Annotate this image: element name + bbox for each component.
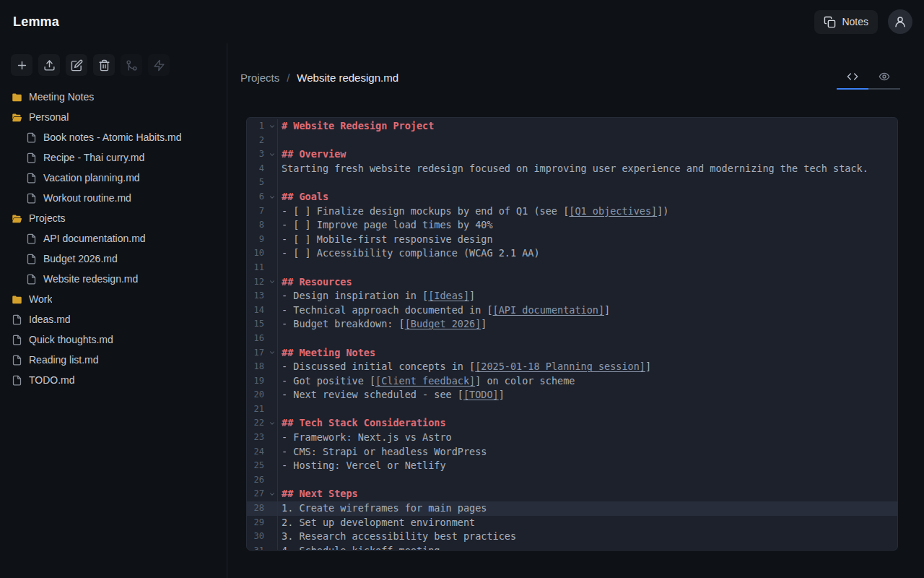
avatar-button[interactable] [888,9,912,34]
editor-line-9[interactable]: 9- [ ] Mobile-first responsive design [247,233,897,247]
editor-line-6[interactable]: 6## Goals [247,190,897,204]
fold-chevron-icon[interactable] [267,487,277,501]
line-number: 5 [247,176,267,190]
upload-button[interactable] [38,54,60,76]
line-number: 4 [247,162,267,176]
tree-item-label: Meeting Notes [29,91,94,103]
wiki-link[interactable]: [2025-01-18 Planning session] [475,361,645,372]
tree-file-reading-list-md[interactable]: Reading list.md [6,350,221,370]
git-merge-icon [126,59,138,72]
code-text: 3. Research accessibility best practices [282,530,516,542]
file-icon [26,152,37,163]
fold-gutter-spacer [267,544,277,551]
editor-line-3[interactable]: 3## Overview [247,147,897,162]
wiki-link[interactable]: [Q1 objectives] [569,205,657,217]
fold-chevron-icon[interactable] [267,416,277,431]
new-note-button[interactable] [11,54,32,76]
editor-line-25[interactable]: 25- Hosting: Vercel or Netlify [247,459,897,473]
notes-button-label: Notes [842,16,868,27]
editor-line-17[interactable]: 17## Meeting Notes [247,346,897,361]
heading-text: ## Tech Stack Considerations [282,417,446,428]
edit-button[interactable] [66,54,87,76]
tree-file-book-notes-atomic-habits-md[interactable]: Book notes - Atomic Habits.md [6,127,221,147]
editor-line-26[interactable]: 26 [247,473,897,488]
line-number: 19 [247,374,267,389]
tree-item-label: Quick thoughts.md [29,334,113,345]
editor-line-23[interactable]: 23- Framework: Next.js vs Astro [247,431,897,445]
delete-button[interactable] [93,54,115,76]
fold-chevron-icon[interactable] [267,190,277,204]
wiki-link[interactable]: [API documentation] [493,304,604,316]
editor-line-15[interactable]: 15- Budget breakdown: [[Budget 2026]] [247,317,897,332]
editor-line-5[interactable]: 5 [247,176,897,190]
breadcrumb-parent[interactable]: Projects [240,72,279,84]
tree-item-label: Vacation planning.md [43,172,140,184]
folder-icon [12,92,22,103]
line-number: 3 [247,147,267,162]
editor-line-20[interactable]: 20- Next review scheduled - see [[TODO]] [247,388,897,402]
tree-file-recipe-thai-curry-md[interactable]: Recipe - Thai curry.md [6,147,221,168]
editor-line-16[interactable]: 16 [247,332,897,346]
file-icon [26,233,37,244]
tree-file-vacation-planning-md[interactable]: Vacation planning.md [6,168,221,188]
tree-folder-meeting-notes[interactable]: Meeting Notes [6,87,221,107]
editor-line-21[interactable]: 21 [247,402,897,417]
editor-line-22[interactable]: 22## Tech Stack Considerations [247,416,897,431]
editor-line-18[interactable]: 18- Discussed initial concepts in [[2025… [247,360,897,374]
editor-line-30[interactable]: 303. Research accessibility best practic… [247,530,897,544]
view-tab-preview[interactable] [868,65,900,90]
editor-line-13[interactable]: 13- Design inspiration in [[Ideas]] [247,289,897,303]
tree-file-quick-thoughts-md[interactable]: Quick thoughts.md [6,329,221,350]
wiki-link[interactable]: [TODO] [463,389,499,400]
zap-icon [153,59,165,72]
tree-file-ideas-md[interactable]: Ideas.md [6,309,221,329]
editor-line-1[interactable]: 1# Website Redesign Project [247,119,897,134]
tree-item-label: Personal [29,111,69,123]
editor-line-14[interactable]: 14- Technical approach documented in [[A… [247,303,897,318]
tree-file-budget-2026-md[interactable]: Budget 2026.md [6,249,221,269]
line-number: 16 [247,332,267,346]
fold-chevron-icon[interactable] [267,119,277,134]
fold-chevron-icon[interactable] [267,275,277,290]
wiki-link[interactable]: [Client feedback] [375,375,475,387]
code-text: - Technical approach documented in [ [282,304,493,316]
markdown-editor[interactable]: 1# Website Redesign Project23## Overview… [246,117,898,551]
fold-gutter-spacer [267,332,277,346]
fold-chevron-icon[interactable] [267,147,277,162]
tree-file-api-documentation-md[interactable]: API documentation.md [6,228,221,249]
tree-folder-personal[interactable]: Personal [6,107,221,127]
editor-line-2[interactable]: 2 [247,134,897,148]
editor-line-29[interactable]: 292. Set up development environment [247,516,897,530]
tree-file-todo-md[interactable]: TODO.md [6,370,221,390]
line-number: 28 [247,501,267,516]
editor-line-7[interactable]: 7- [ ] Finalize design mockups by end of… [247,204,897,219]
wiki-link[interactable]: [Ideas] [428,290,469,301]
line-number: 12 [247,275,267,290]
editor-line-24[interactable]: 24- CMS: Strapi or headless WordPress [247,445,897,460]
fold-gutter-spacer [267,162,277,176]
code-content [277,134,897,148]
notes-button[interactable]: Notes [814,10,878,34]
merge-button[interactable] [121,54,142,76]
actions-button[interactable] [148,54,170,76]
editor-line-19[interactable]: 19- Got positive [[Client feedback]] on … [247,374,897,389]
editor-line-27[interactable]: 27## Next Steps [247,487,897,501]
editor-line-12[interactable]: 12## Resources [247,275,897,290]
editor-line-28[interactable]: 281. Create wireframes for main pages [247,501,897,516]
editor-line-10[interactable]: 10- [ ] Accessibility compliance (WCAG 2… [247,246,897,261]
code-content: - [ ] Accessibility compliance (WCAG 2.1… [277,246,897,261]
tree-folder-work[interactable]: Work [6,289,221,309]
editor-line-11[interactable]: 11 [247,261,897,275]
tree-folder-projects[interactable]: Projects [6,208,221,228]
wiki-link[interactable]: [Budget 2026] [405,318,481,329]
editor-line-8[interactable]: 8- [ ] Improve page load times by 40% [247,218,897,233]
editor-line-31[interactable]: 314. Schedule kickoff meeting [247,544,897,551]
code-text: - Next review scheduled - see [ [282,389,463,400]
editor-line-4[interactable]: 4Starting fresh website redesign focused… [247,162,897,176]
tree-file-website-redesign-md[interactable]: Website redesign.md [6,269,221,289]
tree-file-workout-routine-md[interactable]: Workout routine.md [6,188,221,208]
tree-item-label: Ideas.md [29,314,71,325]
view-tab-source[interactable] [837,65,868,90]
fold-gutter-spacer [267,459,277,473]
fold-chevron-icon[interactable] [267,346,277,361]
